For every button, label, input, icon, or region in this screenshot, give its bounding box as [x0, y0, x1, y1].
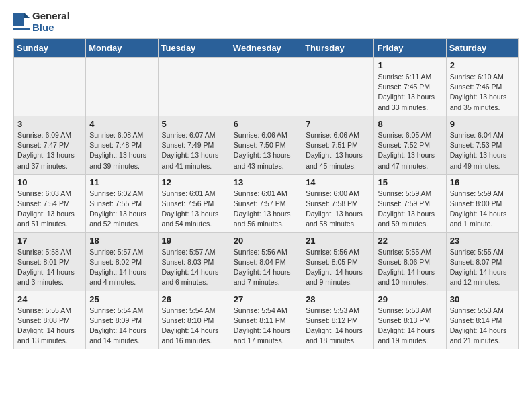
header-tuesday: Tuesday [158, 39, 230, 58]
day-number: 3 [17, 119, 82, 129]
day-number: 5 [162, 119, 226, 129]
day-number: 17 [17, 236, 82, 246]
calendar-cell: 2Sunrise: 6:10 AMSunset: 7:46 PMDaylight… [446, 58, 518, 116]
day-info: Sunrise: 6:11 AMSunset: 7:45 PMDaylight:… [378, 72, 442, 113]
calendar-cell: 8Sunrise: 6:05 AMSunset: 7:52 PMDaylight… [374, 116, 446, 174]
day-info: Sunrise: 5:54 AMSunset: 8:11 PMDaylight:… [234, 306, 298, 347]
day-info: Sunrise: 6:01 AMSunset: 7:57 PMDaylight:… [234, 189, 298, 230]
calendar-cell: 19Sunrise: 5:57 AMSunset: 8:03 PMDayligh… [158, 232, 230, 291]
day-number: 7 [306, 119, 370, 129]
calendar-week-row: 1Sunrise: 6:11 AMSunset: 7:45 PMDaylight… [14, 58, 519, 116]
calendar-cell: 7Sunrise: 6:06 AMSunset: 7:51 PMDaylight… [302, 116, 374, 174]
day-number: 25 [89, 294, 154, 304]
calendar-cell: 4Sunrise: 6:08 AMSunset: 7:48 PMDaylight… [86, 116, 158, 174]
day-info: Sunrise: 6:00 AMSunset: 7:58 PMDaylight:… [306, 189, 370, 230]
calendar-table: SundayMondayTuesdayWednesdayThursdayFrid… [13, 38, 519, 349]
day-number: 22 [378, 236, 442, 246]
day-number: 15 [378, 177, 442, 187]
day-info: Sunrise: 6:09 AMSunset: 7:47 PMDaylight:… [17, 130, 82, 171]
calendar-week-row: 10Sunrise: 6:03 AMSunset: 7:54 PMDayligh… [14, 174, 519, 232]
day-info: Sunrise: 5:53 AMSunset: 8:14 PMDaylight:… [450, 306, 515, 347]
day-info: Sunrise: 6:02 AMSunset: 7:55 PMDaylight:… [89, 189, 154, 230]
day-info: Sunrise: 5:55 AMSunset: 8:06 PMDaylight:… [378, 247, 442, 288]
day-number: 27 [234, 294, 298, 304]
calendar-cell: 13Sunrise: 6:01 AMSunset: 7:57 PMDayligh… [230, 174, 302, 232]
calendar-cell [86, 58, 158, 116]
day-info: Sunrise: 6:08 AMSunset: 7:48 PMDaylight:… [89, 130, 154, 171]
day-number: 13 [234, 177, 298, 187]
day-info: Sunrise: 5:53 AMSunset: 8:13 PMDaylight:… [378, 306, 442, 347]
day-number: 8 [378, 119, 442, 129]
calendar-cell: 27Sunrise: 5:54 AMSunset: 8:11 PMDayligh… [230, 291, 302, 349]
calendar-cell [14, 58, 86, 116]
calendar-cell: 10Sunrise: 6:03 AMSunset: 7:54 PMDayligh… [14, 174, 86, 232]
day-number: 24 [17, 294, 82, 304]
day-number: 23 [450, 236, 515, 246]
day-number: 21 [306, 236, 370, 246]
day-number: 19 [162, 236, 226, 246]
calendar-cell: 3Sunrise: 6:09 AMSunset: 7:47 PMDaylight… [14, 116, 86, 174]
calendar-cell: 21Sunrise: 5:56 AMSunset: 8:05 PMDayligh… [302, 232, 374, 291]
calendar-cell [158, 58, 230, 116]
day-info: Sunrise: 5:56 AMSunset: 8:04 PMDaylight:… [234, 247, 298, 288]
day-number: 28 [306, 294, 370, 304]
day-number: 4 [89, 119, 154, 129]
page-header: General Blue [13, 11, 519, 33]
header-monday: Monday [86, 39, 158, 58]
day-info: Sunrise: 6:06 AMSunset: 7:50 PMDaylight:… [234, 130, 298, 171]
logo: General Blue [13, 11, 70, 33]
calendar-cell: 11Sunrise: 6:02 AMSunset: 7:55 PMDayligh… [86, 174, 158, 232]
day-info: Sunrise: 6:06 AMSunset: 7:51 PMDaylight:… [306, 130, 370, 171]
calendar-week-row: 17Sunrise: 5:58 AMSunset: 8:01 PMDayligh… [14, 232, 519, 291]
calendar-cell: 14Sunrise: 6:00 AMSunset: 7:58 PMDayligh… [302, 174, 374, 232]
day-number: 30 [450, 294, 515, 304]
day-info: Sunrise: 5:55 AMSunset: 8:08 PMDaylight:… [17, 306, 82, 347]
day-number: 12 [162, 177, 226, 187]
calendar-week-row: 24Sunrise: 5:55 AMSunset: 8:08 PMDayligh… [14, 291, 519, 349]
day-info: Sunrise: 5:57 AMSunset: 8:02 PMDaylight:… [89, 247, 154, 288]
day-info: Sunrise: 6:10 AMSunset: 7:46 PMDaylight:… [450, 72, 515, 113]
day-number: 6 [234, 119, 298, 129]
day-info: Sunrise: 5:59 AMSunset: 7:59 PMDaylight:… [378, 189, 442, 230]
day-info: Sunrise: 6:03 AMSunset: 7:54 PMDaylight:… [17, 189, 82, 230]
calendar-cell: 22Sunrise: 5:55 AMSunset: 8:06 PMDayligh… [374, 232, 446, 291]
logo-general-text: General [32, 11, 70, 22]
header-wednesday: Wednesday [230, 39, 302, 58]
calendar-cell: 6Sunrise: 6:06 AMSunset: 7:50 PMDaylight… [230, 116, 302, 174]
header-sunday: Sunday [14, 39, 86, 58]
calendar-cell [230, 58, 302, 116]
day-info: Sunrise: 6:07 AMSunset: 7:49 PMDaylight:… [162, 130, 226, 171]
calendar-header-row: SundayMondayTuesdayWednesdayThursdayFrid… [14, 39, 519, 58]
svg-rect-2 [13, 28, 30, 30]
day-info: Sunrise: 5:55 AMSunset: 8:07 PMDaylight:… [450, 247, 515, 288]
calendar-cell [302, 58, 374, 116]
svg-marker-1 [24, 13, 30, 18]
calendar-cell: 9Sunrise: 6:04 AMSunset: 7:53 PMDaylight… [446, 116, 518, 174]
calendar-week-row: 3Sunrise: 6:09 AMSunset: 7:47 PMDaylight… [14, 116, 519, 174]
svg-rect-0 [13, 13, 24, 26]
calendar-cell: 23Sunrise: 5:55 AMSunset: 8:07 PMDayligh… [446, 232, 518, 291]
calendar-cell: 28Sunrise: 5:53 AMSunset: 8:12 PMDayligh… [302, 291, 374, 349]
calendar-cell: 24Sunrise: 5:55 AMSunset: 8:08 PMDayligh… [14, 291, 86, 349]
logo-blue-text: Blue [32, 22, 70, 34]
day-info: Sunrise: 5:56 AMSunset: 8:05 PMDaylight:… [306, 247, 370, 288]
calendar-cell: 17Sunrise: 5:58 AMSunset: 8:01 PMDayligh… [14, 232, 86, 291]
day-info: Sunrise: 5:53 AMSunset: 8:12 PMDaylight:… [306, 306, 370, 347]
calendar-cell: 5Sunrise: 6:07 AMSunset: 7:49 PMDaylight… [158, 116, 230, 174]
header-friday: Friday [374, 39, 446, 58]
calendar-cell: 29Sunrise: 5:53 AMSunset: 8:13 PMDayligh… [374, 291, 446, 349]
day-info: Sunrise: 5:57 AMSunset: 8:03 PMDaylight:… [162, 247, 226, 288]
day-number: 2 [450, 60, 515, 71]
day-number: 11 [89, 177, 154, 187]
calendar-cell: 12Sunrise: 6:01 AMSunset: 7:56 PMDayligh… [158, 174, 230, 232]
day-info: Sunrise: 5:59 AMSunset: 8:00 PMDaylight:… [450, 189, 515, 230]
day-info: Sunrise: 6:05 AMSunset: 7:52 PMDaylight:… [378, 130, 442, 171]
day-number: 16 [450, 177, 515, 187]
day-number: 20 [234, 236, 298, 246]
calendar-cell: 18Sunrise: 5:57 AMSunset: 8:02 PMDayligh… [86, 232, 158, 291]
calendar-cell: 1Sunrise: 6:11 AMSunset: 7:45 PMDaylight… [374, 58, 446, 116]
calendar-cell: 16Sunrise: 5:59 AMSunset: 8:00 PMDayligh… [446, 174, 518, 232]
day-info: Sunrise: 5:58 AMSunset: 8:01 PMDaylight:… [17, 247, 82, 288]
day-number: 9 [450, 119, 515, 129]
day-number: 10 [17, 177, 82, 187]
